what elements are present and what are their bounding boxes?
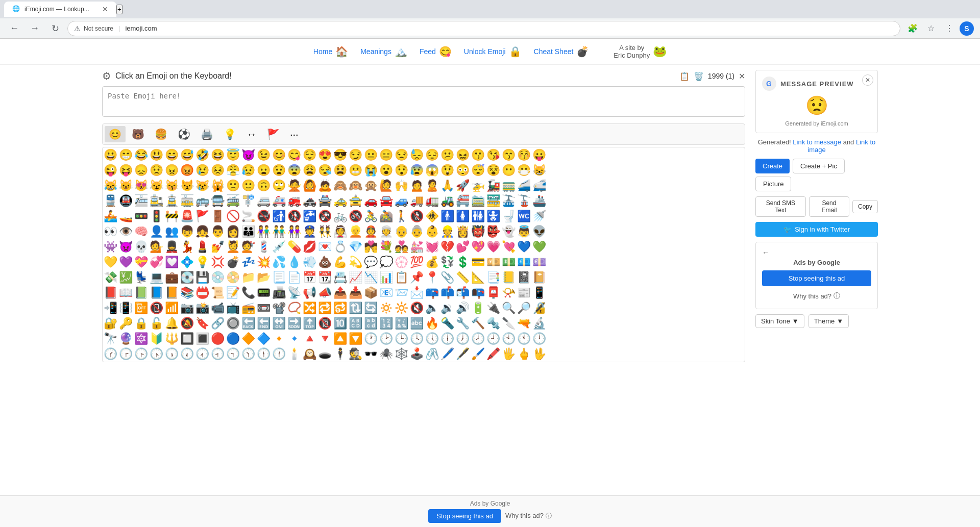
emoji-cell[interactable]: 😪 [317, 163, 332, 178]
emoji-cell[interactable]: 🔘 [225, 316, 240, 331]
emoji-cell[interactable]: 🔕 [179, 316, 194, 331]
create-pic-button[interactable]: Create + Pic [793, 159, 845, 173]
emoji-cell[interactable]: 😴 [470, 163, 485, 178]
emoji-cell[interactable]: 😃 [149, 147, 164, 163]
emoji-cell[interactable]: 💓 [424, 239, 439, 255]
emoji-cell[interactable]: 🔱 [164, 331, 179, 346]
clear-input-button[interactable]: 🗑️ [694, 71, 704, 81]
emoji-cell[interactable]: 📲 [103, 300, 118, 316]
emoji-cell[interactable]: 📧 [378, 285, 394, 300]
emoji-cell[interactable]: 🕐 [363, 331, 378, 346]
emoji-cell[interactable]: 😥 [240, 163, 256, 178]
emoji-cell[interactable]: 🕰️ [302, 346, 317, 362]
emoji-cell[interactable]: 🙂 [240, 178, 256, 193]
emoji-cell[interactable]: 🚁 [470, 178, 485, 193]
emoji-cell[interactable]: 🙎 [424, 178, 439, 193]
emoji-cell[interactable]: 📸 [194, 300, 210, 316]
cat-tab-objects[interactable]: 🖨️ [197, 126, 217, 142]
emoji-cell[interactable]: 🚨 [179, 209, 194, 224]
emoji-cell[interactable]: 💣 [225, 255, 240, 270]
emoji-cell[interactable]: 😰 [409, 163, 424, 178]
emoji-cell[interactable]: 😠 [164, 163, 179, 178]
emoji-cell[interactable]: 🕑 [378, 331, 394, 346]
url-input[interactable] [125, 24, 894, 32]
emoji-cell[interactable]: 🔆 [394, 300, 409, 316]
emoji-cell[interactable]: 📑 [485, 270, 501, 285]
emoji-cell[interactable]: 🕘 [485, 331, 501, 346]
emoji-cell[interactable]: 📌 [409, 270, 424, 285]
emoji-cell[interactable]: 😗 [470, 147, 485, 163]
emoji-cell[interactable]: 😑 [378, 147, 394, 163]
emoji-cell[interactable]: 🚐 [256, 193, 271, 209]
emoji-cell[interactable]: 👩 [225, 224, 240, 239]
emoji-cell[interactable]: 😚 [516, 147, 531, 163]
emoji-cell[interactable]: 😋 [286, 147, 302, 163]
emoji-cell[interactable]: 💙 [516, 239, 531, 255]
emoji-cell[interactable]: 🕤 [225, 346, 240, 362]
emoji-cell[interactable]: 🚀 [455, 178, 470, 193]
emoji-cell[interactable]: 🚴 [363, 209, 378, 224]
emoji-cell[interactable]: 🚼 [485, 209, 501, 224]
emoji-cell[interactable]: 🕡 [179, 346, 194, 362]
emoji-cell[interactable]: 😝 [118, 163, 133, 178]
emoji-cell[interactable]: 💤 [240, 255, 256, 270]
menu-button[interactable]: ⋮ [941, 20, 958, 37]
emoji-cell[interactable]: 😫 [332, 163, 348, 178]
emoji-paste-input[interactable] [102, 86, 745, 117]
emoji-cell[interactable]: 💇 [240, 239, 256, 255]
emoji-cell[interactable]: 🔞 [317, 316, 332, 331]
emoji-cell[interactable]: 📽️ [271, 300, 286, 316]
emoji-cell[interactable]: 👾 [103, 239, 118, 255]
emoji-cell[interactable]: 💝 [133, 255, 149, 270]
emoji-cell[interactable]: 😶 [501, 163, 516, 178]
browser-tab[interactable]: 🌐 iEmoji.com — Lookup... ✕ [4, 2, 116, 17]
tab-close-button[interactable]: ✕ [102, 5, 108, 13]
emoji-cell[interactable]: 💗 [485, 239, 501, 255]
emoji-cell[interactable]: 📦 [363, 285, 378, 300]
emoji-cell[interactable]: 📉 [363, 270, 378, 285]
emoji-cell[interactable]: 💍 [332, 239, 348, 255]
emoji-cell[interactable]: 💃 [179, 239, 194, 255]
emoji-cell[interactable]: 💊 [286, 239, 302, 255]
emoji-cell[interactable]: 😩 [302, 163, 317, 178]
emoji-cell[interactable]: 🔯 [133, 331, 149, 346]
emoji-cell[interactable]: 🚽 [501, 209, 516, 224]
emoji-cell[interactable]: 👱 [348, 224, 363, 239]
emoji-cell[interactable]: 📋 [394, 270, 409, 285]
emoji-cell[interactable]: 🙏 [439, 178, 455, 193]
emoji-cell[interactable]: 💌 [317, 239, 332, 255]
emoji-cell[interactable]: 👰 [332, 224, 348, 239]
emoji-cell[interactable]: 💨 [302, 255, 317, 270]
emoji-cell[interactable]: 📈 [348, 270, 363, 285]
emoji-cell[interactable]: 🙌 [394, 178, 409, 193]
emoji-cell[interactable]: 📊 [378, 270, 394, 285]
emoji-cell[interactable]: 🔺 [302, 331, 317, 346]
emoji-cell[interactable]: 🚲 [332, 209, 348, 224]
emoji-cell[interactable]: 🕶️ [363, 346, 378, 362]
emoji-cell[interactable]: 💸 [103, 270, 118, 285]
emoji-cell[interactable]: 🚊 [164, 193, 179, 209]
emoji-cell[interactable]: 📣 [317, 285, 332, 300]
emoji-cell[interactable]: 😍 [317, 147, 332, 163]
emoji-cell[interactable]: 🔮 [118, 331, 133, 346]
emoji-cell[interactable]: 🔝 [302, 316, 317, 331]
emoji-cell[interactable]: 🔦 [439, 316, 455, 331]
emoji-cell[interactable]: 🚞 [470, 193, 485, 209]
emoji-cell[interactable]: 🖐️ [501, 346, 516, 362]
emoji-cell[interactable]: 🔼 [332, 331, 348, 346]
emoji-cell[interactable]: 💷 [531, 255, 547, 270]
emoji-cell[interactable]: 📘 [149, 285, 164, 300]
emoji-cell[interactable]: 🚂 [485, 178, 501, 193]
emoji-cell[interactable]: 🕟 [149, 346, 164, 362]
emoji-cell[interactable]: 🔳 [194, 331, 210, 346]
emoji-cell[interactable]: 💆 [225, 239, 240, 255]
emoji-cell[interactable]: 📛 [194, 285, 210, 300]
emoji-cell[interactable]: 👯 [317, 224, 332, 239]
emoji-cell[interactable]: 👸 [455, 224, 470, 239]
cat-tab-activity[interactable]: ⚽ [174, 126, 194, 142]
emoji-cell[interactable]: 📩 [409, 285, 424, 300]
emoji-cell[interactable]: 📮 [485, 285, 501, 300]
emoji-cell[interactable]: 📀 [225, 270, 240, 285]
ad-back-button[interactable]: ← [762, 248, 769, 257]
cat-tab-animals[interactable]: 🐻 [128, 126, 149, 142]
